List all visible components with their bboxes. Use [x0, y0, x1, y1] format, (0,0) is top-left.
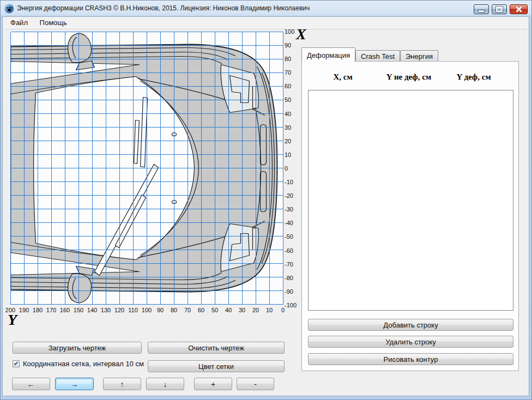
x-axis-tick: 180	[34, 307, 41, 313]
clear-drawing-button[interactable]: Очистить чертеж	[148, 342, 285, 354]
table-header-x: X, см	[313, 72, 373, 82]
delete-row-button[interactable]: Удалить строку	[308, 336, 513, 348]
paw-icon	[5, 4, 14, 13]
minimize-icon	[479, 10, 484, 12]
x-axis-tick: 160	[62, 307, 68, 313]
x-axis-tick: 90	[157, 307, 164, 313]
x-axis-tick: 110	[130, 307, 136, 313]
y-axis-tick: 0	[285, 165, 301, 172]
y-axis-tick: -10	[285, 178, 301, 186]
minimize-button[interactable]	[474, 4, 489, 14]
x-axis-tick: 120	[116, 307, 123, 313]
draw-contour-button[interactable]: Рисовать контур	[308, 353, 513, 365]
grid-checkbox-row: ✔ Координатная сетка, интервал 10 см	[13, 360, 144, 368]
maximize-button[interactable]	[492, 4, 507, 14]
x-axis-tick: 130	[102, 307, 109, 313]
x-axis-tick: 170	[48, 307, 55, 313]
axis-label-y: Y	[8, 311, 17, 329]
pan-up-button[interactable]: ↑	[103, 378, 141, 390]
y-axis-tick: 100	[285, 28, 301, 35]
x-axis-tick: 70	[184, 307, 191, 313]
drawing-canvas[interactable]	[10, 32, 283, 305]
y-axis-tick: -60	[285, 247, 301, 254]
y-axis-tick: 50	[285, 96, 301, 104]
table-header-y-undeformed: Y не деф, см	[377, 72, 440, 82]
y-axis-tick: 70	[285, 69, 301, 76]
coordinate-grid	[11, 32, 283, 305]
y-axis-tick: -20	[285, 192, 301, 199]
y-axis-tick: 10	[285, 151, 301, 159]
y-axis-tick: 20	[285, 137, 301, 145]
grid-checkbox-label[interactable]: Координатная сетка, интервал 10 см	[23, 360, 144, 368]
app-window: Энергия деформации CRASH3 © В.Н.Никонов,…	[0, 0, 532, 400]
tab-energy[interactable]: Энергия	[400, 50, 438, 62]
x-axis-tick: 200	[7, 307, 14, 313]
y-axis-tick: 60	[285, 82, 301, 90]
x-axis-tick: 150	[75, 307, 82, 313]
tab-crash-test[interactable]: Crash Test	[355, 50, 400, 62]
x-axis-tick: 20	[252, 307, 259, 313]
grid-color-button[interactable]: Цвет сетки	[148, 360, 285, 372]
grid-checkbox[interactable]: ✔	[13, 360, 20, 367]
x-axis-tick: 0	[280, 307, 286, 313]
pan-right-button[interactable]: →	[55, 378, 94, 390]
y-axis-tick: -100	[285, 301, 301, 309]
pan-down-button[interactable]: ↓	[146, 378, 184, 390]
y-axis-tick: -40	[285, 219, 301, 227]
menu-bar: Файл Помощь	[3, 17, 529, 29]
x-axis-ticks: 2001901801701601501401301201101009080706…	[7, 307, 286, 313]
x-axis-tick: 80	[171, 307, 177, 313]
x-axis-tick: 190	[21, 307, 27, 313]
y-axis-tick: -70	[285, 260, 301, 268]
y-axis-tick: 40	[285, 110, 301, 118]
car-drawing	[10, 32, 283, 305]
y-axis-tick: -30	[285, 205, 301, 213]
x-axis-tick: 50	[211, 307, 218, 313]
menu-file[interactable]: Файл	[5, 17, 33, 27]
y-axis-tick: -80	[285, 274, 301, 282]
title-bar[interactable]: Энергия деформации CRASH3 © В.Н.Никонов,…	[0, 0, 532, 16]
y-axis-tick: 80	[285, 55, 301, 63]
deformation-tab-page: X, см Y не деф, см Y деф, см Добавить ст…	[301, 61, 519, 371]
x-axis-tick: 10	[266, 307, 273, 313]
x-axis-tick: 30	[239, 307, 245, 313]
tab-strip: Деформация Crash Test Энергия	[301, 47, 438, 62]
window-title: Энергия деформации CRASH3 © В.Н.Никонов,…	[17, 4, 310, 12]
zoom-in-button[interactable]: +	[194, 378, 232, 390]
app-icon	[5, 4, 14, 13]
y-axis-ticks: 1009080706050403020100-10-20-30-40-50-60…	[285, 28, 301, 309]
close-button[interactable]	[510, 4, 528, 14]
y-axis-tick: 30	[285, 124, 301, 131]
pan-left-button[interactable]: ←	[12, 378, 50, 390]
tab-deformation[interactable]: Деформация	[301, 47, 355, 62]
maximize-icon	[496, 7, 503, 12]
client-area: Файл Помощь	[2, 16, 529, 396]
x-axis-tick: 100	[143, 307, 150, 313]
menu-help[interactable]: Помощь	[35, 17, 72, 27]
y-axis-tick: -50	[285, 233, 301, 240]
y-axis-tick: 90	[285, 41, 301, 49]
close-icon	[516, 7, 522, 12]
add-row-button[interactable]: Добавить строку	[308, 319, 513, 331]
x-axis-tick: 40	[225, 307, 232, 313]
load-drawing-button[interactable]: Загрузить чертеж	[13, 342, 142, 354]
y-axis-tick: -90	[285, 288, 301, 295]
x-axis-tick: 140	[89, 307, 95, 313]
x-axis-tick: 60	[198, 307, 204, 313]
zoom-out-button[interactable]: -	[237, 378, 274, 390]
deformation-table[interactable]	[308, 90, 513, 311]
table-header-y-deformed: Y деф, см	[443, 72, 505, 82]
